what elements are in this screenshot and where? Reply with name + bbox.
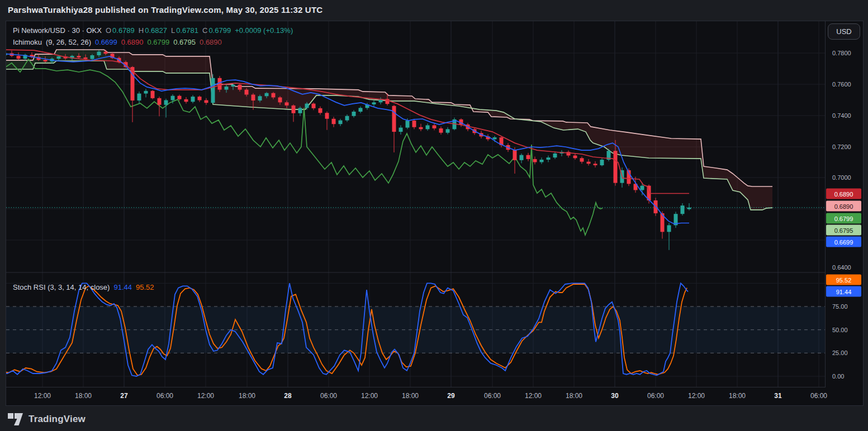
axis-tick-label: 0.7200 <box>832 143 851 150</box>
time-label: 18:00 <box>402 392 419 400</box>
time-label: 12:00 <box>197 392 214 400</box>
time-label: 06:00 <box>156 392 173 400</box>
ichimoku-value: 0.6795 <box>173 38 196 46</box>
time-label: 18:00 <box>566 392 582 400</box>
time-label: 12:00 <box>525 392 542 400</box>
tradingview-branding[interactable]: TradingView <box>8 411 86 428</box>
chart-canvas[interactable] <box>6 21 826 389</box>
attribution-bar: ParshwaTurakhiya28 published on TradingV… <box>0 0 868 21</box>
axis-tick-label: 0.6400 <box>832 264 851 271</box>
time-label: 12:00 <box>361 392 378 400</box>
time-label: 18:00 <box>729 392 746 400</box>
ichimoku-value: 0.6699 <box>95 38 117 46</box>
time-label-day: 28 <box>284 392 291 400</box>
price-label-badge: 0.6795 <box>826 225 861 236</box>
price-label-badge: 0.6699 <box>826 237 861 247</box>
stoch-k-value: 91.44 <box>113 283 132 291</box>
axis-tick-label: 25.00 <box>832 349 848 356</box>
time-label: 06:00 <box>484 392 501 400</box>
time-label: 12:00 <box>688 392 705 400</box>
indicator-name: Ichimoku <box>13 38 42 46</box>
price-label-badge: 0.6799 <box>826 213 861 224</box>
time-label: 06:00 <box>320 392 337 400</box>
price-label-badge: 0.6890 <box>826 189 861 199</box>
price-label-badge: 91.44 <box>826 286 861 297</box>
ichimoku-value: 0.6890 <box>200 38 222 46</box>
time-label-day: 27 <box>120 392 127 400</box>
ichimoku-value: 0.6890 <box>121 38 144 46</box>
stoch-name-params: Stoch RSI (3, 3, 14, 14, close) <box>13 283 110 291</box>
indicator-params: (9, 26, 52, 26) <box>46 38 91 46</box>
price-axis[interactable]: USD 0.78000.76000.74000.72000.70000.6400… <box>825 21 863 387</box>
time-label-day: 31 <box>774 392 781 400</box>
symbol-title: Pi Network/USD · 30 · OKX <box>13 26 102 35</box>
axis-tick-label: 0.7000 <box>832 174 851 181</box>
ohlc-label: C <box>202 26 207 35</box>
tradingview-brand-text: TradingView <box>29 414 86 425</box>
tradingview-logo-icon <box>8 413 23 426</box>
time-label: 12:00 <box>34 392 51 400</box>
chart-panel: Pi Network/USD · 30 · OKX O0.6789H0.6827… <box>6 21 864 406</box>
ichimoku-legend-row[interactable]: Ichimoku (9, 26, 52, 26) 0.66990.68900.6… <box>13 36 293 48</box>
symbol-legend-row[interactable]: Pi Network/USD · 30 · OKX O0.6789H0.6827… <box>13 25 293 36</box>
time-label: 06:00 <box>810 392 827 400</box>
axis-tick-label: 0.7600 <box>832 81 851 88</box>
time-label: 18:00 <box>239 392 255 400</box>
price-change: +0.0009 (+0.13%) <box>235 26 293 35</box>
ohlc-value: 0.6789 <box>112 26 135 35</box>
price-label-badge: 95.52 <box>826 275 861 285</box>
axis-tick-label: 0.00 <box>832 373 844 380</box>
time-axis[interactable]: 12:0018:002706:0012:0018:002806:0012:001… <box>6 387 863 405</box>
ohlc-value: 0.6827 <box>145 26 167 35</box>
currency-toggle-button[interactable]: USD <box>828 23 860 40</box>
time-label-day: 29 <box>447 392 454 400</box>
axis-tick-label: 0.7400 <box>832 112 851 119</box>
ohlc-label: L <box>171 26 175 35</box>
price-label-badge: 0.6890 <box>826 201 861 212</box>
ohlc-label: O <box>106 26 111 35</box>
axis-tick-label: 0.7800 <box>832 50 851 56</box>
ohlc-label: H <box>139 26 144 35</box>
time-label: 06:00 <box>647 392 664 400</box>
attribution-text: ParshwaTurakhiya28 published on TradingV… <box>8 5 322 15</box>
ohlc-value: 0.6781 <box>176 26 198 35</box>
ohlc-value: 0.6799 <box>208 26 231 35</box>
legend: Pi Network/USD · 30 · OKX O0.6789H0.6827… <box>13 25 293 48</box>
axis-tick-label: 50.00 <box>832 327 848 333</box>
stoch-legend-row[interactable]: Stoch RSI (3, 3, 14, 14, close) 91.44 95… <box>13 281 154 293</box>
time-label-day: 30 <box>611 392 618 400</box>
ichimoku-value: 0.6799 <box>148 38 170 46</box>
time-label: 18:00 <box>75 392 92 400</box>
stoch-d-value: 95.52 <box>136 283 154 291</box>
axis-tick-label: 75.00 <box>832 303 848 310</box>
